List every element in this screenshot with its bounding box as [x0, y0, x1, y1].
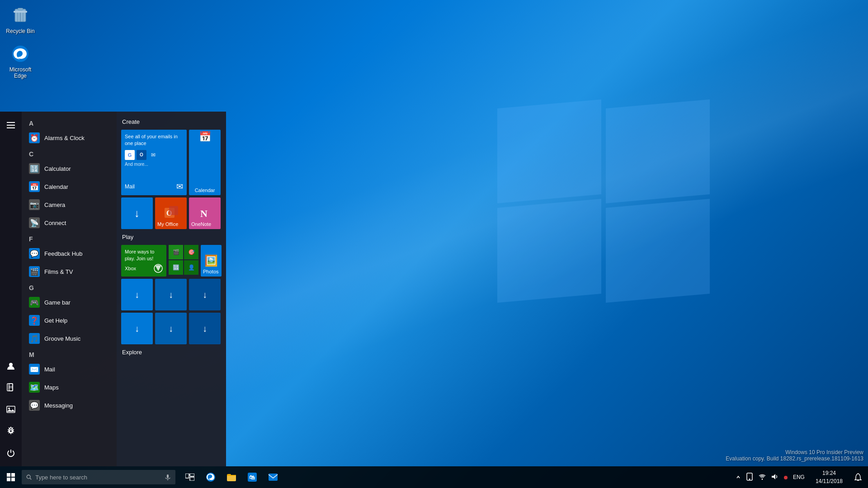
search-icon — [26, 474, 32, 480]
dl-tile-3[interactable]: ↓ — [189, 279, 221, 310]
recycle-bin-image — [9, 5, 31, 26]
calendar-tile-icon: 📅 — [199, 132, 211, 142]
group-letter-f[interactable]: F — [22, 232, 117, 244]
svg-rect-37 — [227, 475, 236, 481]
app-item-gethelp[interactable]: ❓ Get Help — [22, 311, 117, 329]
edge-taskbar-button[interactable] — [201, 467, 221, 487]
onenote-tile[interactable]: N OneNote — [189, 197, 221, 229]
app-item-calendar[interactable]: 📅 Calendar — [22, 178, 117, 196]
clock-display[interactable]: 19:24 14/11/2018 — [810, 466, 848, 488]
task-view-button[interactable] — [180, 467, 200, 487]
recycle-bin-icon[interactable]: Recycle Bin — [2, 2, 38, 37]
app-item-gamebar[interactable]: 🎮 Game bar — [22, 293, 117, 311]
recycle-bin-label: Recycle Bin — [6, 28, 34, 34]
network-icon[interactable] — [757, 473, 768, 482]
start-button[interactable] — [0, 466, 22, 488]
mail-tile[interactable]: See all of your emails in one place G O … — [121, 130, 187, 195]
app-item-films[interactable]: 🎬 Films & TV — [22, 263, 117, 281]
app-item-connect[interactable]: 📡 Connect — [22, 214, 117, 232]
svg-point-17 — [9, 430, 12, 432]
svg-rect-8 — [7, 125, 15, 126]
group-letter-c[interactable]: C — [22, 147, 117, 160]
svg-rect-12 — [9, 384, 13, 391]
onenote-logo: N — [197, 205, 213, 221]
search-input[interactable] — [35, 474, 161, 481]
dl-icon-6: ↓ — [203, 324, 207, 334]
documents-button[interactable] — [2, 379, 20, 397]
dl-tile-1[interactable]: ↓ — [121, 279, 153, 310]
calendar-tile-label: Calendar — [195, 188, 215, 193]
calendar-tile[interactable]: 📅 Calendar — [189, 130, 221, 195]
desktop: Recycle Bin Microsoft Edge Windows 10 Pr… — [0, 0, 868, 488]
windows-logo-icon — [7, 473, 15, 481]
file-explorer-button[interactable] — [222, 467, 241, 487]
file-explorer-icon — [226, 473, 236, 482]
notification-center-button[interactable] — [848, 467, 868, 487]
user-profile-button[interactable] — [2, 357, 20, 375]
tray-expand-button[interactable] — [734, 473, 742, 482]
download-row-2: ↓ ↓ ↓ — [121, 313, 222, 344]
app-item-calculator[interactable]: 🔢 Calculator — [22, 160, 117, 178]
sub-tile-1: 🎬 — [169, 245, 183, 259]
store-icon: 🛍 — [247, 472, 257, 482]
svg-rect-35 — [190, 477, 194, 481]
hamburger-menu-button[interactable] — [2, 116, 20, 134]
settings-button[interactable] — [2, 422, 20, 440]
app-item-alarms[interactable]: ⏰ Alarms & Clock — [22, 129, 117, 147]
svg-rect-21 — [169, 206, 178, 215]
app-item-mail[interactable]: ✉️ Mail — [22, 360, 117, 378]
svg-rect-34 — [190, 474, 194, 476]
office-logo: O — [163, 205, 179, 221]
app-item-messaging[interactable]: 💬 Messaging — [22, 396, 117, 414]
app-item-camera[interactable]: 📷 Camera — [22, 196, 117, 214]
calendar-label: Calendar — [44, 183, 68, 190]
download-row-1: ↓ ↓ ↓ — [121, 279, 222, 310]
group-letter-g[interactable]: G — [22, 281, 117, 293]
alarms-label: Alarms & Clock — [44, 135, 85, 141]
taskbar: 🛍 — [0, 466, 868, 488]
office-tile[interactable]: O My Office — [155, 197, 187, 229]
svg-rect-26 — [11, 473, 15, 477]
app-item-maps[interactable]: 🗺️ Maps — [22, 378, 117, 396]
windows-logo-decoration — [461, 68, 732, 384]
xbox-label: Xbox — [125, 266, 136, 271]
camera-icon: 📷 — [29, 199, 40, 210]
store-button[interactable]: 🛍 — [242, 467, 262, 487]
app-list[interactable]: A ⏰ Alarms & Clock C 🔢 Calculator 📅 Cale… — [22, 112, 117, 466]
group-letter-m[interactable]: M — [22, 347, 117, 360]
tablet-mode-icon[interactable] — [744, 472, 755, 483]
connect-icon: 📡 — [29, 217, 40, 228]
app-item-groove[interactable]: 🎵 Groove Music — [22, 329, 117, 347]
microphone-icon[interactable] — [165, 474, 171, 480]
pictures-button[interactable] — [2, 400, 20, 418]
sub-tile-4: 👤 — [184, 260, 198, 275]
mail-tile-label: Mail — [125, 183, 135, 190]
svg-rect-25 — [7, 473, 10, 477]
download-tile-1[interactable]: ↓ — [121, 197, 153, 229]
language-indicator[interactable]: ENG — [791, 473, 807, 481]
groove-icon: 🎵 — [29, 333, 40, 344]
dl-tile-2[interactable]: ↓ — [155, 279, 187, 310]
xbox-tile[interactable]: More ways toplay. Join us! Xbox — [121, 245, 166, 277]
svg-point-29 — [27, 475, 30, 479]
clock-date: 14/11/2018 — [816, 477, 843, 485]
dl-tile-4[interactable]: ↓ — [121, 313, 153, 344]
edge-icon[interactable]: Microsoft Edge — [2, 41, 38, 81]
svg-point-10 — [9, 363, 13, 366]
clock-time: 19:24 — [822, 469, 836, 477]
svg-point-44 — [784, 476, 788, 479]
dl-tile-5[interactable]: ↓ — [155, 313, 187, 344]
power-button[interactable] — [2, 444, 20, 462]
mail-taskbar-button[interactable] — [263, 467, 283, 487]
svg-point-16 — [8, 408, 10, 409]
search-box[interactable] — [22, 470, 175, 484]
group-letter-a[interactable]: A — [22, 116, 117, 129]
dl-tile-6[interactable]: ↓ — [189, 313, 221, 344]
calendar-icon: 📅 — [29, 181, 40, 192]
mail-label: Mail — [44, 366, 55, 373]
google-icon: G — [125, 150, 135, 160]
volume-icon[interactable] — [769, 472, 780, 483]
svg-rect-5 — [18, 8, 23, 10]
app-item-feedback[interactable]: 💬 Feedback Hub — [22, 244, 117, 263]
photos-tile[interactable]: 🖼️ Photos — [201, 245, 222, 277]
